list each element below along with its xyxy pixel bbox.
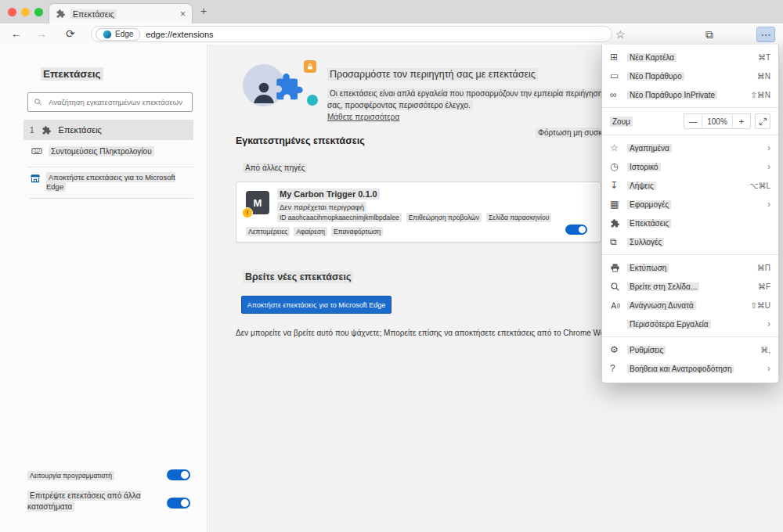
keyboard-icon	[31, 146, 42, 156]
puzzle-icon	[41, 125, 52, 135]
menu-zoom-row: Ζουμ — 100% +	[602, 111, 778, 131]
settings-and-more-button[interactable]: ⋯	[756, 27, 775, 42]
menu-item-label: Βοήθεια και Ανατροφοδότηση	[627, 365, 734, 373]
menu-item-extensions[interactable]: Επεκτάσεις	[602, 214, 778, 232]
menu-item-label: Εκτύπωση	[627, 264, 669, 272]
menu-item-find-on-page[interactable]: Βρείτε στη Σελίδα... ⌘F	[602, 277, 778, 296]
menu-item-label: Επεκτάσεις	[627, 219, 671, 228]
browser-menu: ⊞ Νέα Καρτέλα ⌘T ▭ Νέο Παράθυρο ⌘N ∞ Νέο…	[601, 45, 779, 383]
menu-item-more-tools[interactable]: Περισσότερα Εργαλεία ›	[602, 315, 778, 333]
menu-item-collections[interactable]: ⧉ Συλλογές	[602, 232, 778, 251]
background-page-link[interactable]: Σελίδα παρασκηνίου	[486, 213, 551, 222]
window-icon: ▭	[610, 71, 627, 81]
minimize-window-button[interactable]	[21, 8, 30, 16]
allow-other-stores-toggle[interactable]	[167, 498, 190, 509]
sidebar-item-extensions[interactable]: 1 Επεκτάσεις	[23, 120, 193, 140]
menu-divider	[602, 336, 778, 337]
zoom-out-button[interactable]: —	[684, 114, 702, 128]
sidebar-item-keyboard-shortcuts[interactable]: Συντομεύσεις Πληκτρολογίου	[31, 146, 154, 156]
apps-icon: ▦	[610, 200, 627, 209]
remove-button[interactable]: Αφαίρεση	[294, 227, 327, 236]
menu-item-favorites[interactable]: ☆ Αγαπημένα ›	[602, 138, 778, 157]
extension-enabled-toggle[interactable]	[565, 225, 587, 235]
extensions-search-box[interactable]	[27, 92, 193, 112]
extension-id: ID aaohcaacihmopkaaecnimjkmlbpdalee	[277, 213, 402, 222]
sidebar-row-index: 1	[30, 126, 34, 135]
puzzle-icon	[610, 218, 627, 228]
menu-shortcut: ⌘N	[757, 72, 770, 81]
refresh-button[interactable]: ⟳	[66, 27, 75, 41]
zoom-controls: — 100% +	[684, 113, 751, 129]
star-icon: ☆	[610, 143, 627, 153]
get-extensions-cta-button[interactable]: Αποκτήστε επεκτάσεις για το Microsoft Ed…	[241, 296, 392, 314]
add-favorite-button[interactable]: ☆	[615, 28, 626, 41]
toolbar: ← → ⟳ Edge edge://extensions ☆ ⧉ ⋯	[0, 23, 783, 45]
history-icon: ◷	[610, 162, 627, 171]
menu-item-apps[interactable]: ▦ Εφαρμογές ›	[602, 195, 778, 214]
menu-item-new-tab[interactable]: ⊞ Νέα Καρτέλα ⌘T	[602, 48, 778, 66]
warning-badge-icon: !	[242, 207, 253, 218]
allow-other-stores-label: Επιτρέψτε επεκτάσεις από άλλα καταστήματ…	[27, 491, 141, 512]
menu-item-label: Λήψεις	[627, 182, 656, 190]
edge-badge-label: Edge	[115, 30, 133, 38]
submenu-arrow-icon: ›	[767, 364, 770, 373]
title-bar: Επεκτάσεις × +	[0, 0, 783, 23]
new-tab-button[interactable]: +	[200, 5, 207, 17]
zoom-in-button[interactable]: +	[733, 114, 750, 128]
menu-item-label: Ρυθμίσεις	[627, 346, 666, 354]
menu-shortcut: ⌘,	[760, 346, 770, 354]
menu-shortcut: ⇧⌘U	[750, 301, 770, 310]
allow-other-stores-row: Επιτρέψτε επεκτάσεις από άλλα καταστήματ…	[27, 491, 193, 517]
find-icon	[610, 282, 627, 292]
menu-item-new-inprivate-window[interactable]: ∞ Νέο Παράθυρο InPrivate ⇧⌘N	[602, 85, 778, 104]
menu-shortcut: ⌘T	[758, 53, 770, 62]
downloads-icon: ↧	[610, 181, 627, 190]
collections-icon: ⧉	[610, 237, 627, 246]
menu-item-settings[interactable]: ⚙ Ρυθμίσεις ⌘,	[602, 340, 778, 359]
reload-button[interactable]: Επαναφόρτωση	[331, 227, 383, 236]
menu-item-label: Ιστορικό	[627, 163, 661, 171]
store-icon	[30, 173, 41, 184]
extension-name: My Carbon Trigger 0.1.0	[277, 189, 380, 200]
developer-mode-label: Λειτουργία προγραμματιστή	[27, 471, 114, 480]
tab-extensions[interactable]: Επεκτάσεις ×	[49, 3, 193, 23]
menu-item-downloads[interactable]: ↧ Λήψεις ⌥⌘L	[602, 176, 778, 195]
url-text: edge://extensions	[146, 30, 213, 39]
lock-badge-icon	[304, 60, 316, 73]
new-tab-icon: ⊞	[610, 52, 627, 62]
menu-item-print[interactable]: Εκτύπωση ⌘Π	[602, 258, 778, 277]
developer-mode-toggle[interactable]	[167, 469, 190, 480]
zoom-label: Ζουμ	[610, 117, 633, 127]
submenu-arrow-icon: ›	[767, 200, 770, 209]
puzzle-illustration-icon	[272, 70, 305, 103]
menu-item-new-window[interactable]: ▭ Νέο Παράθυρο ⌘N	[602, 66, 778, 85]
hero-title: Προσαρμόστε τον περιηγητή σας με επεκτάσ…	[327, 68, 538, 81]
help-icon: ?	[610, 364, 627, 373]
get-extensions-link[interactable]: Αποκτήστε επεκτάσεις για το Microsoft Ed…	[30, 173, 193, 199]
menu-item-label: Συλλογές	[627, 238, 664, 246]
edge-site-badge: Edge	[96, 28, 140, 41]
menu-shortcut: ⌥⌘L	[749, 182, 770, 190]
forward-button[interactable]: →	[36, 27, 47, 41]
fullscreen-button[interactable]	[755, 113, 770, 129]
close-window-button[interactable]	[8, 8, 16, 16]
tab-close-icon[interactable]: ×	[180, 9, 186, 19]
maximize-window-button[interactable]	[34, 8, 43, 16]
hero-illustration	[243, 60, 321, 112]
puzzle-favicon-icon	[56, 9, 66, 19]
inspect-views-link[interactable]: Επιθεώρηση προβολών	[406, 213, 482, 222]
menu-item-label: Βρείτε στη Σελίδα...	[627, 282, 699, 291]
extensions-search-input[interactable]	[47, 97, 186, 107]
menu-shortcut: ⇧⌘N	[750, 91, 770, 99]
collections-icon[interactable]: ⧉	[705, 28, 713, 41]
address-bar[interactable]: Edge edge://extensions	[91, 26, 612, 42]
back-button[interactable]: ←	[11, 27, 22, 41]
menu-divider	[602, 254, 778, 255]
menu-item-label: Αγαπημένα	[627, 144, 672, 153]
menu-item-help-and-feedback[interactable]: ? Βοήθεια και Ανατροφοδότηση ›	[602, 359, 778, 378]
menu-item-history[interactable]: ◷ Ιστορικό ›	[602, 157, 778, 176]
learn-more-link[interactable]: Μάθετε περισσότερα	[327, 113, 399, 121]
extension-card: M ! My Carbon Trigger 0.1.0 Δεν παρέχετα…	[236, 182, 601, 243]
menu-item-read-aloud[interactable]: Ανάγνωση Δυνατά ⇧⌘U	[602, 296, 778, 315]
details-button[interactable]: Λεπτομέρειες	[246, 227, 290, 236]
